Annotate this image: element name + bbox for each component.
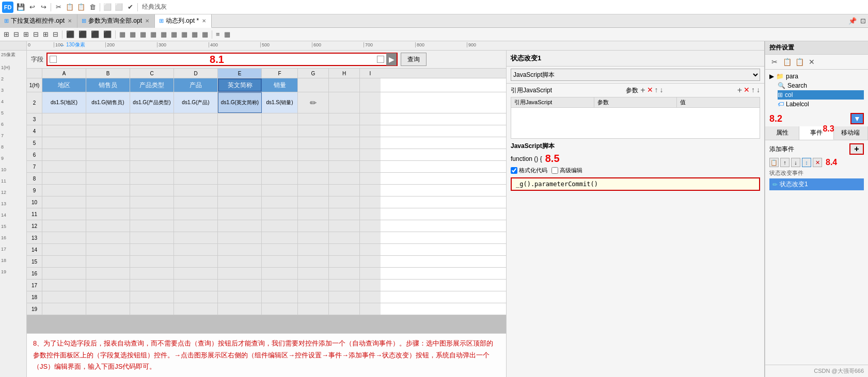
add-event-button[interactable]: + bbox=[849, 143, 864, 155]
undo-btn[interactable]: ↩ bbox=[27, 2, 37, 12]
tb2-4[interactable]: ⊟ bbox=[31, 29, 40, 39]
down-cite-btn[interactable]: ↓ bbox=[660, 86, 664, 95]
empty-cell bbox=[298, 196, 329, 208]
copy-btn[interactable]: 📋 bbox=[65, 2, 75, 12]
row-num-18: 18 bbox=[27, 291, 42, 303]
param-checkbox[interactable] bbox=[50, 56, 57, 63]
empty-cell bbox=[262, 185, 298, 196]
ctrl-cut-icon[interactable]: ✂ bbox=[769, 57, 780, 67]
empty-cell-last bbox=[360, 303, 381, 315]
tab-close-2[interactable]: ✕ bbox=[201, 18, 207, 24]
sq2[interactable]: ⬜ bbox=[114, 2, 124, 12]
code-box[interactable]: _g().parameterCommit() bbox=[511, 177, 760, 191]
tb2-6[interactable]: ⊟ bbox=[51, 29, 60, 39]
tb2-8[interactable]: ⬛ bbox=[77, 29, 88, 39]
paste-btn[interactable]: 📋 bbox=[76, 2, 86, 12]
event-del-btn[interactable]: ✕ bbox=[813, 158, 822, 167]
tb2-20[interactable]: ≡ bbox=[214, 29, 222, 39]
tab-attr[interactable]: 属性 bbox=[765, 126, 799, 140]
edit-icon-cell[interactable]: ✏ bbox=[298, 92, 329, 113]
delete-btn[interactable]: 🗑 bbox=[87, 2, 98, 12]
event-sort-btn[interactable]: ↕ bbox=[802, 158, 811, 167]
query-button[interactable]: 查询 bbox=[401, 53, 427, 66]
del-cite-btn[interactable]: ✕ bbox=[647, 86, 653, 95]
empty-cell bbox=[329, 244, 360, 255]
tab-0[interactable]: ⊞ 下拉复选框控件.opt ✕ bbox=[0, 14, 77, 28]
ruler-v-18: 18 bbox=[1, 258, 6, 263]
tb2-2[interactable]: ⊟ bbox=[12, 29, 21, 39]
grid-row-6: 6 bbox=[27, 149, 506, 161]
up-cite-btn[interactable]: ↑ bbox=[655, 86, 658, 95]
param-checkbox-right[interactable] bbox=[377, 56, 384, 63]
tb2-14[interactable]: ▦ bbox=[149, 29, 158, 39]
empty-cell bbox=[174, 268, 218, 279]
tree-item-labelcol[interactable]: 🏷 Labelcol bbox=[778, 100, 864, 109]
cut-btn[interactable]: ✂ bbox=[53, 2, 64, 12]
window-btn[interactable]: ⊡ bbox=[858, 16, 868, 26]
grid-row-13: 13 bbox=[27, 232, 506, 244]
tb2-16[interactable]: ▦ bbox=[169, 29, 179, 39]
empty-cell bbox=[262, 196, 298, 208]
down-param-btn[interactable]: ↓ bbox=[756, 86, 760, 95]
tab-close-1[interactable]: ✕ bbox=[144, 18, 150, 24]
tb2-5[interactable]: ⊞ bbox=[41, 29, 50, 39]
tb2-10[interactable]: ⬛ bbox=[102, 29, 113, 39]
empty-cell bbox=[130, 280, 174, 291]
tb2-19[interactable]: ▦ bbox=[200, 29, 210, 39]
sq1[interactable]: ⬜ bbox=[102, 2, 113, 12]
state-change-panel: 状态改变1 JavaScript脚本 引用JavaScript 参数 + ✕ ↑ bbox=[506, 51, 764, 377]
ruler-v-8: 8 bbox=[1, 144, 4, 150]
tab-icon-2: ⊞ bbox=[159, 18, 164, 24]
ctrl-close-icon[interactable]: ✕ bbox=[807, 57, 817, 67]
js-type-select[interactable]: JavaScript脚本 bbox=[511, 69, 760, 81]
event-copy-btn[interactable]: 📋 bbox=[769, 158, 779, 167]
dropdown-arrow-btn[interactable]: ▼ bbox=[850, 113, 864, 124]
tree-label-para: para bbox=[786, 73, 798, 80]
tb2-7[interactable]: ⬛ bbox=[65, 29, 76, 39]
advanced-edit-checkbox[interactable] bbox=[551, 167, 558, 174]
tb2-12[interactable]: ▦ bbox=[128, 29, 137, 39]
format-code-checkbox[interactable] bbox=[511, 167, 517, 174]
tab-close-0[interactable]: ✕ bbox=[67, 18, 73, 24]
tb2-3[interactable]: ⊞ bbox=[22, 29, 30, 39]
tb2-21[interactable]: ▦ bbox=[223, 29, 232, 39]
row-num-7: 7 bbox=[27, 161, 42, 172]
event-down-btn[interactable]: ↓ bbox=[791, 158, 800, 167]
advanced-edit-check[interactable]: 高级编辑 bbox=[551, 167, 582, 174]
tb2-17[interactable]: ▦ bbox=[180, 29, 189, 39]
empty-cell bbox=[218, 232, 262, 243]
tab-mobile[interactable]: 移动端 bbox=[834, 126, 868, 140]
tree-item-search[interactable]: 🔍 Search bbox=[778, 81, 864, 90]
row-num-5: 5 bbox=[27, 137, 42, 149]
tb2-1[interactable]: ⊞ bbox=[2, 29, 11, 39]
tb2-11[interactable]: ▦ bbox=[118, 29, 127, 39]
empty-cell bbox=[42, 113, 86, 125]
ctrl-copy-icon[interactable]: 📋 bbox=[782, 57, 792, 67]
up-param-btn[interactable]: ↑ bbox=[751, 86, 755, 95]
tree-item-para[interactable]: ▶ 📁 para bbox=[769, 72, 864, 81]
tb2-9[interactable]: ⬛ bbox=[89, 29, 101, 39]
event-up-btn[interactable]: ↑ bbox=[780, 158, 790, 167]
del-param-btn[interactable]: ✕ bbox=[744, 86, 750, 95]
tb2-18[interactable]: ▦ bbox=[190, 29, 199, 39]
add-cite-btn[interactable]: + bbox=[640, 86, 645, 95]
tb2-13[interactable]: ▦ bbox=[138, 29, 148, 39]
tab-1[interactable]: ⊞ 参数为查询全部.opt ✕ bbox=[77, 14, 155, 28]
cite-js-col: 引用JavaScript bbox=[511, 97, 594, 107]
redo-btn[interactable]: ↪ bbox=[38, 2, 49, 12]
ruler-v-1h: 1(H) bbox=[1, 65, 10, 70]
pin-btn[interactable]: 📌 bbox=[847, 16, 858, 26]
ctrl-paste-icon[interactable]: 📋 bbox=[794, 57, 804, 67]
tab-event[interactable]: 事件 8.3 bbox=[799, 126, 833, 140]
top-bar: FD 💾 ↩ ↪ ✂ 📋 📋 🗑 ⬜ ⬜ ✔ 经典浅灰 bbox=[0, 0, 868, 14]
data-product-type: ds1.G(产品类型) bbox=[130, 92, 174, 113]
save-btn[interactable]: 💾 bbox=[15, 2, 26, 12]
add-param-btn[interactable]: + bbox=[737, 86, 742, 95]
tree-item-col[interactable]: ⊞ col bbox=[778, 90, 864, 100]
format-code-check[interactable]: 格式化代码 bbox=[511, 167, 547, 174]
param-nav-btn[interactable]: ▶ bbox=[386, 53, 397, 65]
tab-2[interactable]: ⊞ 动态列.opt * ✕ bbox=[155, 14, 212, 28]
tb2-15[interactable]: ▦ bbox=[159, 29, 168, 39]
event-list-item-0[interactable]: ✏ 状态改变1 bbox=[769, 178, 864, 190]
check-btn[interactable]: ✔ bbox=[125, 2, 135, 12]
